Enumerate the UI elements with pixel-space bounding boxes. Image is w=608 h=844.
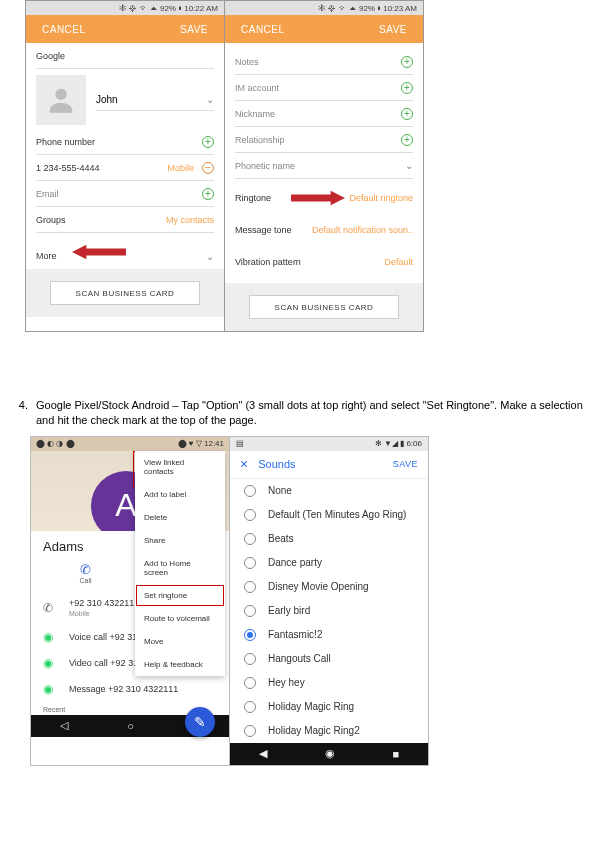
sound-option[interactable]: Dance party [230, 551, 428, 575]
step-number: 4. [14, 398, 28, 428]
sound-option[interactable]: Disney Movie Opening [230, 575, 428, 599]
menu-delete[interactable]: Delete [135, 506, 225, 529]
save-button[interactable]: SAVE [379, 24, 407, 35]
whatsapp-icon: ◉ [43, 656, 59, 670]
vibration-value[interactable]: Default [384, 257, 413, 267]
sound-option[interactable]: Default (Ten Minutes Ago Ring) [230, 503, 428, 527]
cancel-button[interactable]: CANCEL [42, 24, 86, 35]
overflow-menu: View linked contacts Add to label Delete… [135, 451, 225, 676]
add-icon[interactable]: + [401, 134, 413, 146]
sounds-header: × Sounds SAVE [230, 451, 428, 479]
sound-option[interactable]: None [230, 479, 428, 503]
sounds-title: Sounds [258, 458, 382, 470]
back-icon[interactable]: ◁ [60, 719, 68, 732]
sound-label: Dance party [268, 557, 322, 568]
bottom-screenshot-row: ⬤ ◐ ◑ ⬤ ⬤ ♥ ▽ 12:41 A View linked contac… [0, 436, 608, 766]
radio-icon [244, 605, 256, 617]
status-icons: ✻ ▼◢ ▮ [375, 439, 404, 448]
scan-business-card-button[interactable]: SCAN BUSINESS CARD [50, 281, 200, 305]
remove-phone-icon[interactable]: − [202, 162, 214, 174]
step-text: Google Pixel/Stock Android – Tap "Option… [36, 398, 594, 428]
email-label[interactable]: Email [36, 189, 194, 199]
pencil-icon: ✎ [194, 714, 206, 730]
whatsapp-message-entry[interactable]: ◉ Message +92 310 4322111 [31, 676, 229, 702]
phonetic-field[interactable]: Phonetic name [235, 161, 397, 171]
sound-label: Early bird [268, 605, 310, 616]
groups-label: Groups [36, 215, 162, 225]
footer-area: SCAN BUSINESS CARD [26, 269, 224, 317]
add-email-icon[interactable]: + [202, 188, 214, 200]
sound-option[interactable]: Hey hey [230, 671, 428, 695]
sound-option[interactable]: Holiday Magic Ring [230, 695, 428, 719]
instruction-step-4: 4. Google Pixel/Stock Android – Tap "Opt… [0, 332, 608, 436]
menu-set-ringtone[interactable]: Set ringtone [135, 584, 225, 607]
save-button[interactable]: SAVE [393, 459, 418, 469]
menu-add-home[interactable]: Add to Home screen [135, 552, 225, 584]
whatsapp-icon: ◉ [43, 682, 59, 696]
top-bar: CANCEL SAVE [26, 15, 224, 43]
chevron-down-icon: ⌄ [405, 160, 413, 171]
status-icons: ✻ ⌖ ᯤ ⏶ 92% ▮ [119, 4, 182, 13]
call-action[interactable]: ✆ Call [41, 562, 130, 584]
account-field[interactable]: Google [36, 51, 214, 61]
sound-option[interactable]: Fantasmic!2 [230, 623, 428, 647]
add-phone-icon[interactable]: + [202, 136, 214, 148]
close-icon[interactable]: × [240, 456, 248, 472]
relationship-field[interactable]: Relationship [235, 135, 393, 145]
menu-route-voicemail[interactable]: Route to voicemail [135, 607, 225, 630]
add-icon[interactable]: + [401, 56, 413, 68]
menu-add-label[interactable]: Add to label [135, 483, 225, 506]
add-icon[interactable]: + [401, 108, 413, 120]
radio-icon [244, 701, 256, 713]
top-screenshot-row: ✻ ⌖ ᯤ ⏶ 92% ▮ 10:22 AM CANCEL SAVE Googl… [0, 0, 608, 332]
cancel-button[interactable]: CANCEL [241, 24, 285, 35]
radio-icon [244, 485, 256, 497]
status-right: ⬤ ♥ ▽ 12:41 [178, 439, 224, 448]
radio-icon [244, 725, 256, 737]
back-icon[interactable]: ◀ [259, 747, 267, 760]
name-field[interactable]: John ⌄ [96, 89, 214, 111]
radio-icon [244, 629, 256, 641]
chevron-down-icon: ⌄ [206, 94, 214, 105]
samsung-edit-contact-screenshot: ✻ ⌖ ᯤ ⏶ 92% ▮ 10:22 AM CANCEL SAVE Googl… [25, 0, 225, 332]
menu-help[interactable]: Help & feedback [135, 653, 225, 676]
phone-value[interactable]: 1 234-555-4444 [36, 163, 163, 173]
home-icon[interactable]: ◉ [325, 747, 335, 760]
sound-option[interactable]: Holiday Magic Ring2 [230, 719, 428, 743]
sound-option[interactable]: Beats [230, 527, 428, 551]
sound-label: Beats [268, 533, 294, 544]
groups-value[interactable]: My contacts [166, 215, 214, 225]
status-icons: ✻ ⌖ ᯤ ⏶ 92% ▮ [318, 4, 381, 13]
notes-field[interactable]: Notes [235, 57, 393, 67]
more-label[interactable]: More [36, 251, 198, 261]
contact-avatar[interactable] [36, 75, 86, 125]
save-button[interactable]: SAVE [180, 24, 208, 35]
sound-label: None [268, 485, 292, 496]
menu-view-linked[interactable]: View linked contacts [135, 451, 225, 483]
nickname-field[interactable]: Nickname [235, 109, 393, 119]
sound-option[interactable]: Hangouts Call [230, 647, 428, 671]
scan-business-card-button[interactable]: SCAN BUSINESS CARD [249, 295, 399, 319]
message-tone-value[interactable]: Default notification soun.. [312, 225, 413, 235]
sound-label: Fantasmic!2 [268, 629, 322, 640]
menu-share[interactable]: Share [135, 529, 225, 552]
radio-icon [244, 653, 256, 665]
vibration-label: Vibration pattern [235, 257, 380, 267]
notif-icon: ▤ [236, 439, 244, 448]
radio-icon [244, 509, 256, 521]
menu-move[interactable]: Move [135, 630, 225, 653]
im-field[interactable]: IM account [235, 83, 393, 93]
status-bar: ▤ ✻ ▼◢ ▮ 6:06 [230, 437, 428, 451]
sound-label: Disney Movie Opening [268, 581, 369, 592]
sound-option[interactable]: Early bird [230, 599, 428, 623]
home-icon[interactable]: ○ [127, 720, 134, 732]
phone-type[interactable]: Mobile [167, 163, 194, 173]
status-left: ⬤ ◐ ◑ ⬤ [36, 439, 75, 448]
avatar-block: John ⌄ [26, 69, 224, 129]
edit-fab-button[interactable]: ✎ [185, 707, 215, 737]
chevron-down-icon: ⌄ [206, 251, 214, 262]
ringtone-value[interactable]: Default ringtone [349, 193, 413, 203]
radio-icon [244, 677, 256, 689]
add-icon[interactable]: + [401, 82, 413, 94]
recents-icon[interactable]: ■ [392, 748, 399, 760]
